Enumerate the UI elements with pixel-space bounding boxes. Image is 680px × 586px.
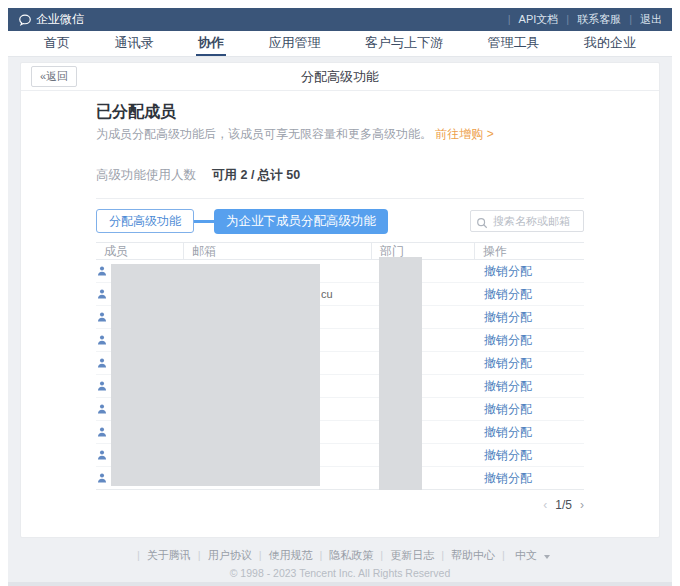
footer-link[interactable]: 隐私政策 xyxy=(313,548,374,563)
revoke-assign-link[interactable]: 撤销分配 xyxy=(484,470,532,487)
topbar-link[interactable]: 联系客服 xyxy=(558,12,621,27)
revoke-assign-link[interactable]: 撤销分配 xyxy=(484,378,532,395)
assign-premium-button[interactable]: 分配高级功能 xyxy=(96,209,194,233)
prev-page-icon[interactable]: ‹ xyxy=(543,498,547,512)
person-icon xyxy=(96,288,108,300)
card-header: 分配高级功能 «返回 xyxy=(21,63,659,91)
revoke-assign-link[interactable]: 撤销分配 xyxy=(484,424,532,441)
nav-tab[interactable]: 应用管理 xyxy=(267,31,323,56)
copyright: © 1998 - 2023 Tencent Inc. All Rights Re… xyxy=(20,567,660,579)
nav-tab[interactable]: 首页 xyxy=(42,31,72,56)
action-cell: 撤销分配 xyxy=(474,329,584,351)
action-cell: 撤销分配 xyxy=(474,421,584,443)
wecom-bubble-icon xyxy=(18,13,32,27)
revoke-assign-link[interactable]: 撤销分配 xyxy=(484,401,532,418)
language-selector[interactable]: 中文 xyxy=(495,548,550,563)
footer: 关于腾讯用户协议使用规范隐私政策更新日志帮助中心 中文 © 1998 - 202… xyxy=(20,548,660,579)
action-cell: 撤销分配 xyxy=(474,398,584,420)
usage-row: 高级功能使用人数 可用 2 / 总计 50 xyxy=(96,167,584,184)
tooltip-callout: 为企业下成员分配高级功能 xyxy=(214,209,388,234)
logo-text: 企业微信 xyxy=(36,11,84,28)
members-table: 成员 邮箱 部门 操作 xyxy=(96,242,584,512)
action-cell: 撤销分配 xyxy=(474,375,584,397)
logo: 企业微信 xyxy=(18,11,84,28)
col-header-action: 操作 xyxy=(474,243,584,259)
action-cell: 撤销分配 xyxy=(474,260,584,282)
toolbar: 分配高级功能 为企业下成员分配高级功能 xyxy=(96,208,584,234)
footer-link[interactable]: 更新日志 xyxy=(373,548,434,563)
footer-link[interactable]: 用户协议 xyxy=(191,548,252,563)
next-page-icon[interactable]: › xyxy=(580,498,584,512)
nav-tab[interactable]: 我的企业 xyxy=(582,31,638,56)
tooltip-connector xyxy=(194,220,214,223)
nav-tab[interactable]: 通讯录 xyxy=(113,31,156,56)
card-body: 已分配成员 为成员分配高级功能后，该成员可享无限容量和更多高级功能。 前往增购 … xyxy=(21,91,659,512)
revoke-assign-link[interactable]: 撤销分配 xyxy=(484,309,532,326)
nav-tab-label: 通讯录 xyxy=(115,34,154,52)
nav-tab-label: 首页 xyxy=(44,34,70,52)
footer-link[interactable]: 帮助中心 xyxy=(434,548,495,563)
action-cell: 撤销分配 xyxy=(474,444,584,466)
action-cell: 撤销分配 xyxy=(474,352,584,374)
person-icon xyxy=(96,357,108,369)
person-icon xyxy=(96,426,108,438)
description-text: 为成员分配高级功能后，该成员可享无限容量和更多高级功能。 xyxy=(96,127,432,141)
redaction-overlay-departments xyxy=(379,257,422,490)
bottom-strip xyxy=(8,582,672,586)
pagination: ‹ 1/5 › xyxy=(96,498,584,512)
divider xyxy=(96,198,584,199)
usage-label: 高级功能使用人数 xyxy=(96,167,196,184)
footer-links: 关于腾讯用户协议使用规范隐私政策更新日志帮助中心 中文 xyxy=(20,548,660,563)
footer-link[interactable]: 使用规范 xyxy=(252,548,313,563)
person-icon xyxy=(96,380,108,392)
page-indicator: 1/5 xyxy=(555,498,572,512)
revoke-assign-link[interactable]: 撤销分配 xyxy=(484,355,532,372)
topbar-link[interactable]: 退出 xyxy=(621,12,662,27)
main-nav: 首页 通讯录 协作 应用管理 客户与上下游 管理工具 我的企业 xyxy=(8,31,672,57)
nav-tab[interactable]: 管理工具 xyxy=(486,31,542,56)
email-fragment: cu xyxy=(321,288,333,300)
action-cell: 撤销分配 xyxy=(474,306,584,328)
person-icon xyxy=(96,403,108,415)
col-header-email: 邮箱 xyxy=(183,243,371,259)
revoke-assign-link[interactable]: 撤销分配 xyxy=(484,286,532,303)
search-icon xyxy=(476,215,488,233)
search-box xyxy=(470,210,584,232)
section-heading: 已分配成员 xyxy=(96,101,584,123)
nav-tab-label: 应用管理 xyxy=(269,34,321,52)
main-card: 分配高级功能 «返回 已分配成员 为成员分配高级功能后，该成员可享无限容量和更多… xyxy=(20,62,660,538)
nav-tab-label: 客户与上下游 xyxy=(365,34,443,52)
app-frame: 企业微信 API文档联系客服退出 首页 通讯录 协作 应用管理 客户与上下游 xyxy=(8,8,672,586)
footer-link-list: 关于腾讯用户协议使用规范隐私政策更新日志帮助中心 xyxy=(130,548,495,563)
person-icon xyxy=(96,265,108,277)
caret-down-icon xyxy=(544,555,550,559)
nav-tab-label: 协作 xyxy=(198,34,224,52)
action-cell: 撤销分配 xyxy=(474,467,584,489)
revoke-assign-link[interactable]: 撤销分配 xyxy=(484,447,532,464)
topbar: 企业微信 API文档联系客服退出 xyxy=(8,8,672,31)
section-description: 为成员分配高级功能后，该成员可享无限容量和更多高级功能。 前往增购 > xyxy=(96,126,584,143)
person-icon xyxy=(96,334,108,346)
nav-tab-label: 管理工具 xyxy=(488,34,540,52)
nav-tab[interactable]: 协作 xyxy=(196,31,226,56)
topbar-links: API文档联系客服退出 xyxy=(500,12,662,27)
person-icon xyxy=(96,449,108,461)
table-body: 撤销分配 xyxy=(96,260,584,490)
footer-link[interactable]: 关于腾讯 xyxy=(130,548,191,563)
col-header-member: 成员 xyxy=(96,243,183,259)
revoke-assign-link[interactable]: 撤销分配 xyxy=(484,263,532,280)
back-button[interactable]: «返回 xyxy=(31,66,77,87)
redaction-overlay-names-emails xyxy=(111,264,320,486)
nav-tab[interactable]: 客户与上下游 xyxy=(363,31,445,56)
person-icon xyxy=(96,311,108,323)
nav-tab-label: 我的企业 xyxy=(584,34,636,52)
action-cell: 撤销分配 xyxy=(474,283,584,305)
person-icon xyxy=(96,472,108,484)
revoke-assign-link[interactable]: 撤销分配 xyxy=(484,332,532,349)
go-purchase-link[interactable]: 前往增购 > xyxy=(435,127,493,141)
page-title: 分配高级功能 xyxy=(21,68,659,86)
topbar-link[interactable]: API文档 xyxy=(500,12,559,27)
usage-value: 可用 2 / 总计 50 xyxy=(212,167,300,184)
content-area: 分配高级功能 «返回 已分配成员 为成员分配高级功能后，该成员可享无限容量和更多… xyxy=(8,57,672,582)
language-label: 中文 xyxy=(515,549,537,561)
